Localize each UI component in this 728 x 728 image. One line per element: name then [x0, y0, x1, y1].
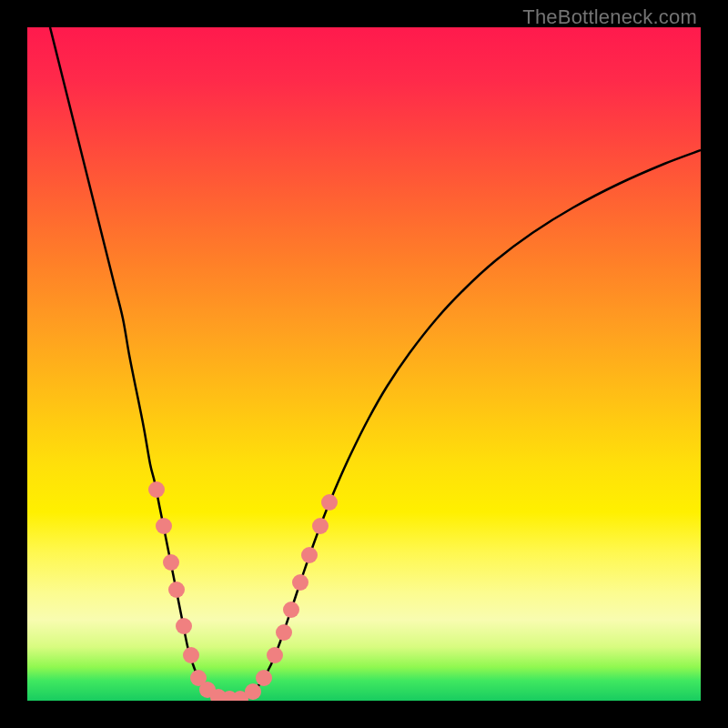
scatter-point	[183, 647, 199, 663]
scatter-markers	[148, 481, 338, 701]
chart-svg	[27, 27, 701, 701]
scatter-point	[168, 581, 185, 598]
scatter-point	[256, 670, 272, 686]
scatter-point	[283, 602, 299, 618]
curve-right	[233, 150, 701, 700]
watermark-text: TheBottleneck.com	[522, 5, 697, 29]
scatter-point	[163, 554, 179, 571]
scatter-point	[292, 574, 308, 591]
scatter-point	[148, 481, 165, 498]
plot-area	[27, 27, 701, 701]
scatter-point	[301, 547, 318, 563]
scatter-point	[267, 647, 283, 663]
scatter-point	[245, 683, 261, 700]
scatter-point	[312, 518, 329, 534]
chart-container: TheBottleneck.com	[0, 0, 728, 728]
scatter-point	[156, 518, 172, 534]
curve-left	[50, 27, 233, 700]
scatter-point	[276, 624, 292, 641]
scatter-point	[321, 494, 338, 511]
scatter-point	[176, 618, 192, 634]
